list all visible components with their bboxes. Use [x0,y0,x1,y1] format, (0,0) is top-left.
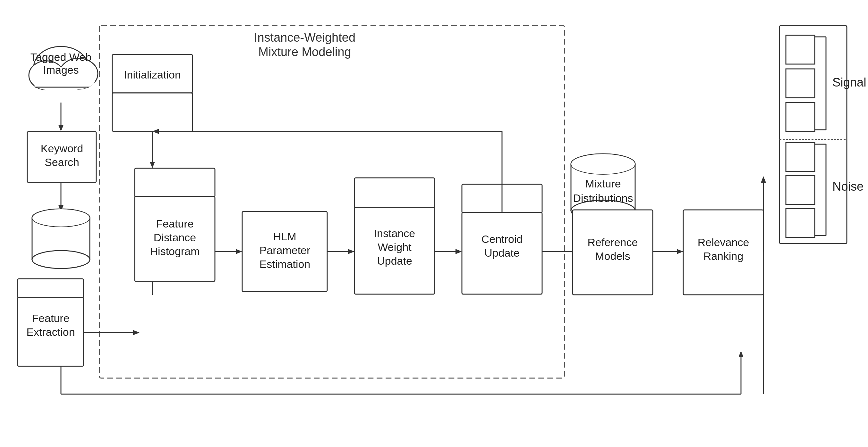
tagged-web-images-node: Tagged Web Images [29,46,98,93]
noise-label: Noise [832,180,864,193]
iw-label2: Weight [377,241,411,253]
rr-label2: Ranking [704,250,744,262]
svg-rect-60 [786,176,815,204]
signal-label: Signal [832,76,866,89]
svg-rect-55 [786,35,815,64]
fdh-label2: Distance [154,231,196,243]
diagram-container: Instance-Weighted Mixture Modeling Tagge… [0,0,868,447]
iw-label1: Instance [374,227,415,239]
iwmm-title: Instance-Weighted [254,31,355,44]
svg-point-46 [571,154,635,174]
svg-rect-61 [786,209,815,237]
svg-point-16 [32,250,90,269]
svg-rect-29 [135,168,215,197]
cu-label1: Centroid [482,233,523,245]
svg-text:Mixture: Mixture [585,177,621,190]
tagged-web-label2: Images [43,64,79,76]
feature-extraction-label2: Extraction [26,326,75,338]
svg-rect-18 [18,279,84,298]
keyword-search-label2: Search [44,156,79,168]
svg-rect-25 [112,93,192,131]
iw-label3: Update [377,255,412,267]
svg-rect-56 [786,69,815,98]
svg-rect-34 [354,178,435,208]
feature-extraction-label1: Feature [32,312,69,324]
svg-rect-8 [35,77,89,87]
rr-label1: Relevance [698,236,749,248]
hlm-label3: Estimation [259,258,310,270]
rm-label2: Models [595,250,630,262]
svg-rect-57 [786,103,815,131]
svg-point-17 [32,209,90,227]
keyword-search-label1: Keyword [41,142,83,154]
database-node [32,209,90,269]
tagged-web-label1: Tagged Web [30,51,91,63]
hlm-label2: Parameter [259,244,310,256]
iwmm-title2: Mixture Modeling [258,45,351,59]
fdh-label1: Feature [156,217,193,230]
fdh-label3: Histogram [150,245,200,257]
cu-label2: Update [484,247,520,259]
svg-text:Distributions: Distributions [573,192,633,204]
main-diagram: Instance-Weighted Mixture Modeling Tagge… [0,0,868,447]
initialization-label: Initialization [124,69,181,81]
rm-label1: Reference [588,236,638,248]
svg-rect-59 [786,143,815,171]
hlm-label1: HLM [273,230,297,243]
